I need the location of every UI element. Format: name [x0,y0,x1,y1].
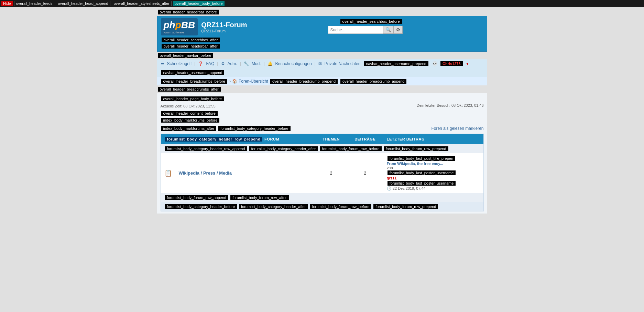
forum-icon-cell: 📋 [161,153,175,193]
page-body-before-wrap: overall_header_page_body_before [161,96,484,102]
adm-icon: ⚙ [221,61,225,66]
breadcrumb-after-label: overall_header_breadcrumbs_after [158,87,221,92]
breadcrumb-append-label: overall_header_breadcrumb_append [340,79,406,84]
forum-row: 📋 Wikipedia / Press / Media 2 2 forumlis… [161,153,483,193]
breadcrumb-before-label: overall_header_breadcrumbs_before [161,79,227,84]
header-right: overall_header_searchbox_before 🔍 ⚙ [328,18,403,34]
debug-tag-3: overall_header_stylesheets_after [112,1,172,6]
mark-forums-before-wrap: index_body_markforums_before [161,117,484,123]
debug-tag-1: overall_header_feeds [14,1,55,6]
hide-button[interactable]: Hide [1,1,13,6]
mark-forums-after-label: index_body_markforums_after [161,126,217,131]
username-display[interactable]: Chris1278 [440,61,463,66]
faq-icon: ❓ [198,61,203,66]
mark-forums-before-label: index_body_markforums_before [161,118,220,123]
adm-link[interactable]: Adm. [228,61,237,66]
category-header-before-label: forumlist_body_category_header_before [218,126,291,131]
forum-append-labels: forumlist_body_forum_row_append forumlis… [164,195,480,201]
forum-beitraege-cell: 2 [347,153,383,193]
home-icon: 🏠 [232,79,237,84]
col-forum-header: forumlist_body_category_header_row_prepe… [161,134,316,145]
col-forum-text: FORUM [264,137,279,141]
bell-icon: 🔔 [268,61,273,66]
page-body-before-label: overall_header_page_body_before [161,96,224,101]
last-poster-before-label: forumlist_body_last_poster_username [388,170,456,175]
col-letzter-beitrag-header: LETZTER BEITRAG [383,134,483,145]
phpbb-logo: phpBB forum software [161,18,198,35]
private-nachrichten-link[interactable]: Private Nachrichten [325,61,361,66]
search-button[interactable]: 🔍 [383,26,394,34]
forum-status-icon: 📋 [164,170,172,177]
message-icon: ✉ [318,61,322,66]
cat2-labels-row: forumlist_body_category_header_before fo… [161,202,483,211]
navbar-before-label: overall_header_navbar_before [158,53,214,58]
breadcrumb-separator: › [229,79,231,84]
cat-row-append-label: forumlist_body_category_header_row_appen… [165,146,247,151]
forum-table: forumlist_body_category_header_row_prepe… [161,134,484,211]
debug-tag-4: overall_header_body_before [173,1,225,6]
headerbar: phpBB forum software QRZ11-Forum QRZ11-F… [157,16,487,51]
forum-row-prepend-label: forumlist_body_forum_row_prepend [384,146,448,151]
breadcrumb: overall_header_breadcrumbs_before › 🏠 Fo… [157,77,487,85]
last-poster-username[interactable]: qrz11 [387,176,397,180]
last-poster-after-label: forumlist_body_last_poster_username [388,181,456,186]
content-before-wrap: overall_header_content_before [161,110,484,116]
searchbox-before-label: overall_header_searchbox_before [340,19,402,24]
mark-forums-labels: index_body_markforums_after forumlist_bo… [161,125,291,132]
phpbb-logo-text: phpBB [164,20,195,31]
time-row: Aktuelle Zeit: 08 Okt 2023, 11:55 Dein l… [161,103,484,109]
col-beitraege-header: BEITRÄGE [347,134,383,145]
dropdown-arrow[interactable]: ▼ [466,61,470,66]
logo-text-wrap: phpBB forum software [164,20,195,34]
search-advanced-button[interactable]: ⚙ [394,26,403,34]
forum2-row-prepend-label: forumlist_body_forum_row_prepend [373,204,438,209]
cat-header-after-label: forumlist_body_category_header_after [249,146,318,151]
search-input[interactable] [328,26,383,34]
mark-read-link[interactable]: Foren als gelesen markieren [431,126,483,131]
username-append-label: navbar_header_username_append [161,70,225,75]
last-visit: Dein letzter Besuch: 08 Okt 2023, 01:46 [416,103,483,107]
headerbar-after-label: overall_header_headerbar_after [162,44,220,49]
forum-row-before-label: forumlist_body_forum_row_before [320,146,382,151]
faq-link[interactable]: FAQ [206,61,214,66]
forum-row-after-label: forumlist_body_forum_row_after [230,195,289,200]
headerbar-before-label: overall_header_headerbar_before [157,9,487,15]
forum-info-cell: Wikipedia / Press / Media [175,153,316,193]
navbar: ☰ Schnellzugriff | ❓ FAQ | ⚙ Adm. | 🔧 Mo… [157,59,487,77]
mod-link[interactable]: Mod. [252,61,261,66]
mark-forums-row: index_body_markforums_after forumlist_bo… [161,125,484,132]
content-area: overall_header_page_body_before Aktuelle… [157,93,487,214]
navbar-before-wrap: overall_header_navbar_before [157,52,487,59]
col-themen-header: THEMEN [316,134,347,145]
logo-area: phpBB forum software QRZ11-Forum QRZ11-F… [161,18,247,35]
forum-name-link[interactable]: Wikipedia / Press / Media [179,170,232,176]
schnellzugriff-link[interactable]: Schnellzugriff [167,61,192,66]
headerbar-after-label-wrap: overall_header_headerbar_after [161,43,483,49]
search-form: 🔍 ⚙ [328,26,403,34]
user-icon: 💀 [432,61,438,66]
last-post-title-link[interactable]: From Wikipedia, the free ency... [387,162,443,166]
phpbb-logo-sub: forum software [164,31,195,34]
searchbox-after-label: overall_header_searchbox_after [162,38,220,42]
cat-row-prepend-label: forumlist_body_category_header_row_prepe… [165,137,263,142]
username-prepend-label: navbar_header_username_prepend [364,61,428,66]
cat2-header-after-label: forumlist_body_category_header_after [239,204,308,209]
benachrichtigungen-link[interactable]: Benachrichtigungen [275,61,312,66]
cat2-labels: forumlist_body_category_header_before fo… [164,204,480,210]
current-time: Aktuelle Zeit: 08 Okt 2023, 11:55 [161,104,216,108]
cat2-header-before-label: forumlist_body_category_header_before [165,204,237,209]
breadcrumb-after-wrap: overall_header_breadcrumbs_after [157,86,487,92]
forum-row-labels: forumlist_body_forum_row_append forumlis… [161,193,483,202]
last-post-title-prepend-label: forumlist_body_last_post_title_prepen [388,156,455,161]
debug-bar: Hide overall_header_feeds overall_header… [0,0,644,7]
forum-desc: QRZ11-Forum [201,29,247,33]
searchbox-after-label-wrap: overall_header_searchbox_after [161,37,483,43]
breadcrumb-home-link[interactable]: Foren-Übersicht [239,79,268,84]
cat-header-labels: forumlist_body_category_header_row_appen… [164,146,480,152]
debug-tag-2: overall_header_head_append [56,1,110,6]
forum2-row-before-label: forumlist_body_forum_row_before [310,204,371,209]
content-before-label: overall_header_content_before [161,111,218,116]
forum-table-header-row: forumlist_body_category_header_row_prepe… [161,134,483,145]
last-post-by: von [387,166,393,170]
cat-header-labels-row: forumlist_body_category_header_row_appen… [161,144,483,153]
